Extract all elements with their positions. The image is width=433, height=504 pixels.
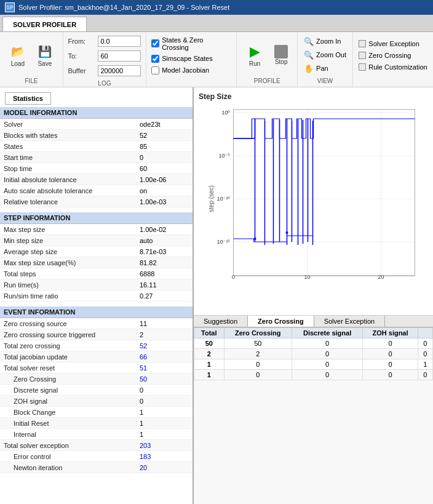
svg-point-27 <box>286 231 288 234</box>
states-zero-crossing-label: States & Zero Crossing <box>162 36 231 51</box>
step-info-header: STEP INFORMATION <box>0 212 193 224</box>
to-label: To: <box>68 52 95 60</box>
profile-label: PROFILE <box>254 75 280 84</box>
table-row: Total zero crossing52 <box>0 340 193 351</box>
svg-rect-0 <box>234 110 415 276</box>
suggestion-tab[interactable]: Suggestion <box>194 316 248 327</box>
save-button[interactable]: 💾 Save <box>32 41 58 70</box>
log-group: From: To: Buffer LOG <box>63 32 147 87</box>
pan-icon: ✋ <box>304 64 314 73</box>
rule-customization-row[interactable]: Rule Customization <box>359 63 427 71</box>
table-row: Zero crossing source11 <box>0 318 193 329</box>
zoom-in-row[interactable]: 🔍 Zoom In <box>304 37 341 46</box>
file-group: 📂 Load 💾 Save FILE <box>0 32 63 87</box>
model-info-rows: Solverode23tBlocks with states52States85… <box>0 119 193 207</box>
load-button[interactable]: 📂 Load <box>5 41 31 70</box>
chart-title: Step Size <box>199 92 428 101</box>
table-row: Average step size8.71e-03 <box>0 246 193 257</box>
right-panel: Step Size step (sec) 10⁰ 10⁻⁵ 10⁻¹⁰ 10 <box>194 87 433 504</box>
from-row: From: <box>68 36 141 47</box>
profile-group: ▶ Run Stop PROFILE <box>237 32 298 87</box>
table-row: Initial absolute tolerance1.00e-06 <box>0 174 193 185</box>
buffer-input[interactable] <box>98 65 141 76</box>
table-row: 10000 <box>194 370 433 380</box>
solver-exception-label: Solver Exception <box>368 40 419 47</box>
model-jacobian-checkbox[interactable] <box>151 66 159 74</box>
main-content: Statistics MODEL INFORMATION Solverode23… <box>0 87 433 504</box>
table-tabs: Suggestion Zero Crossing Solver Exceptio… <box>194 316 433 327</box>
table-row: Stop time60 <box>0 163 193 174</box>
zero-crossing-tab[interactable]: Zero Crossing <box>248 316 314 327</box>
run-button[interactable]: ▶ Run <box>242 41 268 70</box>
solver-exception-icon <box>359 40 366 47</box>
load-icon: 📂 <box>9 43 26 60</box>
event-info-header: EVENT INFORMATION <box>0 306 193 318</box>
to-input[interactable] <box>98 50 141 62</box>
table-row: Run/sim time ratio0.27 <box>0 290 193 302</box>
table-row: Total solver reset51 <box>0 362 193 374</box>
table-row: Total solver exception203 <box>0 440 193 451</box>
run-icon: ▶ <box>246 43 263 60</box>
table-row: Solverode23t <box>0 119 193 130</box>
from-label: From: <box>68 38 95 45</box>
data-table: Total Zero Crossing Discrete signal ZOH … <box>194 327 433 380</box>
zero-crossing-filter-icon <box>359 52 366 59</box>
table-row: Discrete signal0 <box>0 385 193 396</box>
save-icon: 💾 <box>36 43 54 60</box>
svg-text:10⁻¹⁰: 10⁻¹⁰ <box>217 196 230 202</box>
rule-customization-label: Rule Customization <box>368 63 427 71</box>
table-row: States85 <box>0 141 193 152</box>
toolbar: 📂 Load 💾 Save FILE From: To: Buffer <box>0 32 433 87</box>
col-zoh-signal: ZOH signal <box>363 328 418 338</box>
svg-point-26 <box>254 238 256 240</box>
bottom-table: Suggestion Zero Crossing Solver Exceptio… <box>194 315 433 380</box>
simscape-states-label: Simscape States <box>162 55 213 62</box>
table-row: 22000 <box>194 349 433 359</box>
table-row: Initial Reset1 <box>0 418 193 429</box>
col-extra <box>418 328 432 338</box>
col-total: Total <box>194 328 224 338</box>
solver-exception-tab[interactable]: Solver Exception <box>314 316 386 327</box>
view-group: 🔍 Zoom In 🔍 Zoom Out ✋ Pan VIEW <box>298 32 353 87</box>
file-label: FILE <box>25 75 38 84</box>
zoom-out-row[interactable]: 🔍 Zoom Out <box>304 50 346 60</box>
states-zero-crossing-checkbox[interactable] <box>151 39 159 47</box>
chart-svg: step (sec) 10⁰ 10⁻⁵ 10⁻¹⁰ 10⁻¹⁵ 0 <box>199 103 428 294</box>
solver-profiler-tab[interactable]: SOLVER PROFILER <box>2 17 87 31</box>
table-row: Start time0 <box>0 152 193 163</box>
buffer-row: Buffer <box>68 65 141 76</box>
title-text: Solver Profiler: sm_backhoe@14_Jan_2020_… <box>18 4 229 11</box>
zoom-out-icon: 🔍 <box>304 50 314 60</box>
table-row: Min step sizeauto <box>0 235 193 246</box>
table-row: Zero crossing source triggered2 <box>0 329 193 340</box>
y-axis-label: step (sec) <box>208 185 215 212</box>
titlebar: SP Solver Profiler: sm_backhoe@14_Jan_20… <box>0 0 433 15</box>
statistics-tab-button[interactable]: Statistics <box>5 92 51 105</box>
table-row: Total steps6888 <box>0 268 193 279</box>
stop-icon <box>274 45 288 58</box>
col-discrete-signal: Discrete signal <box>292 328 363 338</box>
rule-customization-icon <box>359 63 366 71</box>
zoom-out-label: Zoom Out <box>316 51 346 58</box>
solver-exception-row[interactable]: Solver Exception <box>359 40 419 47</box>
simscape-states-row: Simscape States <box>151 55 213 63</box>
zoom-in-label: Zoom In <box>316 38 341 45</box>
zero-crossing-filter-label: Zero Crossing <box>368 52 411 59</box>
svg-text:10⁻⁵: 10⁻⁵ <box>218 153 230 159</box>
svg-text:10⁰: 10⁰ <box>221 110 230 116</box>
to-row: To: <box>68 50 141 62</box>
model-info-header: MODEL INFORMATION <box>0 107 193 119</box>
stop-button[interactable]: Stop <box>270 42 292 68</box>
table-row: Blocks with states52 <box>0 130 193 141</box>
table-row: Run time(s)16.11 <box>0 279 193 290</box>
svg-text:10⁻¹⁵: 10⁻¹⁵ <box>217 239 230 245</box>
zero-crossing-filter-row[interactable]: Zero Crossing <box>359 52 411 59</box>
table-row: 10001 <box>194 359 433 370</box>
chart-area: Step Size step (sec) 10⁰ 10⁻⁵ 10⁻¹⁰ 10 <box>194 87 433 315</box>
table-row: ZOH signal0 <box>0 396 193 407</box>
table-row: Max step size usage(%)81.82 <box>0 257 193 268</box>
simscape-states-checkbox[interactable] <box>151 55 159 63</box>
from-input[interactable] <box>98 36 141 47</box>
table-row: Auto scale absolute toleranceon <box>0 185 193 196</box>
pan-row[interactable]: ✋ Pan <box>304 64 328 73</box>
